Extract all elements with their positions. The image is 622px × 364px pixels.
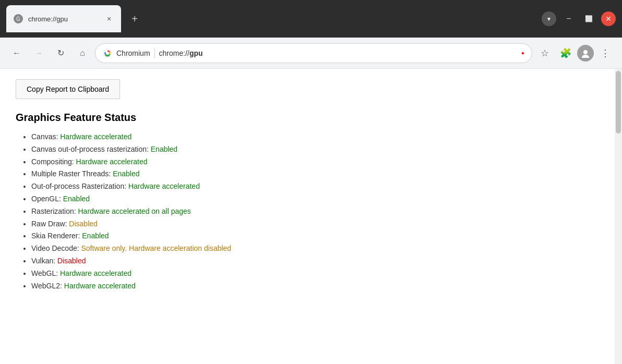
feature-status: Software only. Hardware acceleration dis… xyxy=(81,244,231,252)
active-tab[interactable]: G chrome://gpu × xyxy=(6,5,121,32)
tab-title: chrome://gpu xyxy=(28,15,99,23)
window-controls: ▼ − ⬜ xyxy=(542,11,616,26)
menu-button[interactable]: ⋮ xyxy=(596,44,615,63)
feature-status: Hardware accelerated on all pages xyxy=(78,207,190,215)
red-indicator: ● xyxy=(521,50,524,56)
extensions-button[interactable]: 🧩 xyxy=(556,44,575,63)
navbar: ← → ↻ ⌂ Chromium chrome://gpu ● ☆ 🧩 ⋮ xyxy=(0,38,622,69)
refresh-button[interactable]: ↻ xyxy=(51,44,70,63)
feature-status: Enabled xyxy=(82,232,109,240)
url-display: chrome://gpu xyxy=(159,49,517,57)
feature-name: WebGL2: xyxy=(31,282,64,290)
svg-point-6 xyxy=(582,55,589,58)
scrollbar-thumb[interactable] xyxy=(616,71,621,134)
list-item: Skia Renderer: Enabled xyxy=(31,230,599,242)
url-path: gpu xyxy=(189,49,203,57)
feature-name: Video Decode: xyxy=(31,244,81,252)
chrome-logo-icon xyxy=(103,48,112,58)
forward-button[interactable]: → xyxy=(29,44,48,63)
feature-status: Disabled xyxy=(69,220,97,228)
feature-status: Enabled xyxy=(63,195,90,203)
svg-text:G: G xyxy=(16,16,20,22)
feature-name: Canvas: xyxy=(31,132,60,141)
maximize-button[interactable]: ⬜ xyxy=(581,11,596,26)
profile-icon xyxy=(581,48,590,58)
list-item: Vulkan: Disabled xyxy=(31,255,599,268)
minimize-button[interactable]: − xyxy=(561,11,576,26)
scrollbar[interactable] xyxy=(615,69,622,364)
feature-status: Enabled xyxy=(151,145,177,153)
new-tab-button[interactable]: + xyxy=(125,9,144,28)
feature-name: OpenGL: xyxy=(31,195,63,203)
feature-name: Skia Renderer: xyxy=(31,232,82,240)
tab-favicon: G xyxy=(14,14,23,23)
copy-report-button[interactable]: Copy Report to Clipboard xyxy=(16,79,120,99)
feature-status: Hardware accelerated xyxy=(60,132,131,141)
bookmark-button[interactable]: ☆ xyxy=(535,44,554,63)
list-item: Canvas out-of-process rasterization: Ena… xyxy=(31,143,599,156)
address-bar[interactable]: Chromium chrome://gpu ● xyxy=(95,43,532,63)
url-prefix: chrome:// xyxy=(159,49,189,57)
feature-status: Hardware accelerated xyxy=(128,182,200,190)
main-content: Copy Report to Clipboard Graphics Featur… xyxy=(0,69,615,364)
feature-status: Hardware accelerated xyxy=(76,157,148,166)
profile-button[interactable] xyxy=(577,45,594,62)
list-item: WebGL2: Hardware accelerated xyxy=(31,280,599,293)
feature-name: Vulkan: xyxy=(31,257,57,265)
feature-name: Rasterization: xyxy=(31,207,78,215)
feature-name: WebGL: xyxy=(31,269,60,277)
feature-name: Raw Draw: xyxy=(31,220,69,228)
nav-actions: ☆ 🧩 ⋮ xyxy=(535,44,615,63)
feature-status: Disabled xyxy=(57,257,86,265)
home-button[interactable]: ⌂ xyxy=(73,44,92,63)
list-item: Out-of-process Rasterization: Hardware a… xyxy=(31,180,599,193)
back-button[interactable]: ← xyxy=(7,44,26,63)
feature-list: Canvas: Hardware acceleratedCanvas out-o… xyxy=(16,131,599,292)
list-item: Canvas: Hardware accelerated xyxy=(31,131,599,143)
list-item: Video Decode: Software only. Hardware ac… xyxy=(31,242,599,255)
list-item: Compositing: Hardware accelerated xyxy=(31,156,599,168)
page-content: Copy Report to Clipboard Graphics Featur… xyxy=(0,69,622,364)
list-item: Rasterization: Hardware accelerated on a… xyxy=(31,205,599,218)
close-button[interactable] xyxy=(601,11,616,26)
feature-name: Multiple Raster Threads: xyxy=(31,169,113,178)
feature-name: Out-of-process Rasterization: xyxy=(31,182,128,190)
chrome-dropdown-button[interactable]: ▼ xyxy=(542,11,556,26)
feature-name: Canvas out-of-process rasterization: xyxy=(31,145,151,153)
feature-status: Hardware accelerated xyxy=(60,269,131,277)
list-item: Raw Draw: Disabled xyxy=(31,218,599,230)
section-title: Graphics Feature Status xyxy=(16,112,599,124)
titlebar: G chrome://gpu × + ▼ − ⬜ xyxy=(0,0,622,38)
svg-point-5 xyxy=(583,50,588,54)
list-item: WebGL: Hardware accelerated xyxy=(31,268,599,280)
feature-status: Hardware accelerated xyxy=(64,282,136,290)
feature-status: Enabled xyxy=(113,169,139,178)
svg-point-4 xyxy=(106,52,109,55)
list-item: Multiple Raster Threads: Enabled xyxy=(31,168,599,180)
address-separator xyxy=(154,48,155,58)
tab-close-button[interactable]: × xyxy=(104,14,114,23)
brand-name: Chromium xyxy=(116,49,150,57)
feature-name: Compositing: xyxy=(31,157,76,166)
list-item: OpenGL: Enabled xyxy=(31,193,599,205)
